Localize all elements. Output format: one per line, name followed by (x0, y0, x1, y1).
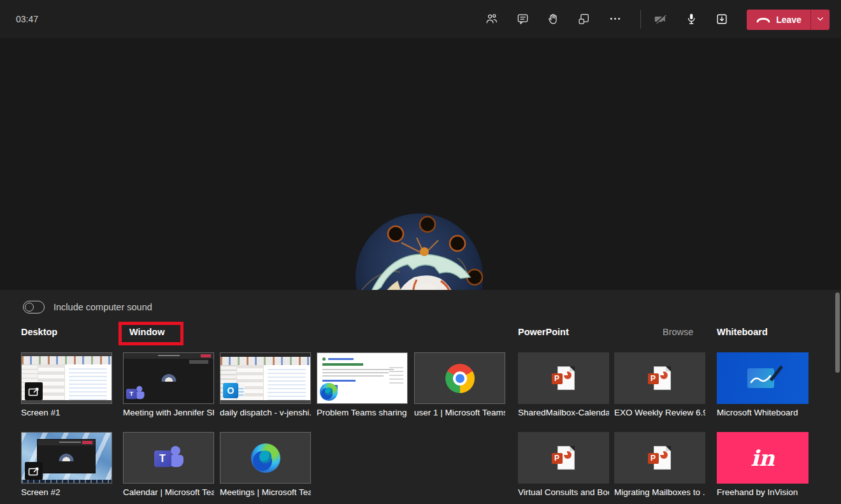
thumbnail-preview (21, 432, 112, 484)
share-source-ppt-sharedmailbox[interactable]: P SharedMailbox-Calendar... (518, 352, 609, 417)
share-tray-button[interactable] (711, 9, 733, 31)
raise-hand-icon (547, 12, 560, 27)
mini-avatar (161, 374, 176, 382)
teams-logo: T (154, 445, 183, 471)
whiteboard-icon (747, 367, 778, 390)
thumbnail-preview: P (614, 352, 705, 404)
share-content-tray: Include computer sound Desktop Window Po… (0, 290, 841, 504)
section-header-window: Window (129, 327, 164, 337)
thumbnail-preview (317, 352, 408, 404)
share-source-ppt-exo[interactable]: P EXO Weekly Review 6.9.... (614, 352, 705, 417)
thumbnail-preview: P (518, 432, 609, 484)
share-source-chrome-window[interactable]: user 1 | Microsoft Teams... (414, 352, 505, 417)
leave-button-label: Leave (776, 15, 801, 25)
teams-meeting-window: 03:47 (0, 0, 841, 504)
tile-label: Screen #2 (21, 487, 112, 497)
chevron-down-icon (816, 15, 824, 25)
meeting-stage (0, 38, 841, 290)
tray-scrollbar[interactable] (835, 292, 840, 373)
tile-label: Migrating Mailboxes to ... (614, 487, 705, 497)
share-source-screen-2[interactable]: Screen #2 (21, 432, 112, 497)
leave-options-button[interactable] (810, 10, 830, 30)
thumbnail-preview: P (518, 352, 609, 404)
mini-avatar (59, 454, 74, 461)
tile-label: Freehand by InVision (717, 487, 809, 497)
tile-label: Virtual Consults and Boo... (518, 487, 609, 497)
share-window-button[interactable] (573, 9, 594, 31)
hang-up-icon (756, 15, 771, 25)
tile-label: Calendar | Microsoft Tea... (123, 487, 214, 497)
thumbnail-preview: T (123, 352, 214, 404)
screen-share-icon (25, 382, 43, 400)
share-source-freehand-invision[interactable]: in Freehand by InVision (717, 432, 809, 497)
microphone-icon (684, 12, 698, 28)
thumbnail-preview: T (123, 432, 214, 484)
share-source-meetings-window[interactable]: Meetings | Microsoft Tea... (220, 432, 311, 497)
toggle-knob (25, 303, 34, 312)
tile-label: Screen #1 (21, 408, 112, 417)
more-options-button[interactable] (604, 9, 626, 31)
tile-label: SharedMailbox-Calendar... (518, 408, 609, 417)
thumbnail-preview: O (220, 352, 311, 404)
tile-label: user 1 | Microsoft Teams... (414, 408, 505, 417)
share-source-ppt-virtual[interactable]: P Virtual Consults and Boo... (518, 432, 609, 497)
include-sound-label: Include computer sound (54, 302, 152, 312)
powerpoint-file-icon: P (648, 366, 672, 391)
powerpoint-file-icon: P (648, 445, 672, 471)
share-source-calendar-window[interactable]: T Calendar | Microsoft Tea... (123, 432, 214, 497)
meeting-timer: 03:47 (16, 14, 38, 24)
share-window-icon (577, 12, 591, 27)
leave-button-group: Leave (747, 10, 830, 30)
tile-label: EXO Weekly Review 6.9.... (614, 408, 705, 417)
toolbar-divider (640, 10, 641, 29)
tile-label: daily dispatch - v-jenshi... (220, 408, 311, 417)
share-source-screen-1[interactable]: Screen #1 (21, 352, 112, 417)
leave-button[interactable]: Leave (747, 10, 810, 30)
meeting-toolbar: 03:47 (0, 0, 841, 38)
participants-button[interactable] (480, 9, 502, 31)
include-sound-toggle[interactable] (23, 301, 45, 313)
browse-button[interactable]: Browse (663, 327, 693, 337)
edge-logo (251, 443, 280, 473)
camera-button[interactable] (650, 9, 672, 31)
chat-button[interactable] (512, 9, 533, 31)
tile-label: Meetings | Microsoft Tea... (220, 487, 311, 497)
thumbnail-preview (717, 352, 809, 404)
chrome-logo (445, 364, 475, 393)
section-header-desktop: Desktop (21, 327, 57, 337)
share-source-ppt-migrating[interactable]: P Migrating Mailboxes to ... (614, 432, 705, 497)
teams-logo: T (126, 385, 145, 401)
camera-off-icon (654, 12, 668, 28)
share-source-browser-window[interactable]: Problem Teams sharing f... (317, 352, 408, 417)
tile-label: Problem Teams sharing f... (317, 408, 408, 417)
raise-hand-button[interactable] (542, 9, 564, 31)
thumbnail-preview: P (614, 432, 705, 484)
thumbnail-preview (220, 432, 311, 484)
outlook-logo: O (223, 382, 245, 401)
thumbnail-preview (21, 352, 112, 404)
screen-share-icon (25, 462, 43, 480)
share-source-meeting-window[interactable]: T Meeting with Jennifer Sh... (123, 352, 214, 417)
section-header-whiteboard: Whiteboard (717, 327, 768, 337)
powerpoint-file-icon: P (552, 366, 576, 391)
section-header-powerpoint: PowerPoint (518, 327, 569, 337)
thumbnail-preview: in (717, 432, 809, 484)
share-source-outlook-window[interactable]: O daily dispatch - v-jenshi... (220, 352, 311, 417)
tile-label: Microsoft Whiteboard (717, 408, 809, 417)
tile-label: Meeting with Jennifer Sh... (123, 408, 214, 417)
invision-logo: in (751, 445, 775, 471)
share-tray-icon (715, 12, 729, 28)
microphone-button[interactable] (680, 9, 702, 31)
chat-icon (516, 12, 529, 27)
share-source-microsoft-whiteboard[interactable]: Microsoft Whiteboard (717, 352, 809, 417)
thumbnail-preview (414, 352, 505, 404)
edge-logo (320, 383, 338, 401)
participants-icon (485, 12, 498, 27)
powerpoint-file-icon: P (552, 445, 576, 471)
more-options-icon (608, 12, 622, 27)
